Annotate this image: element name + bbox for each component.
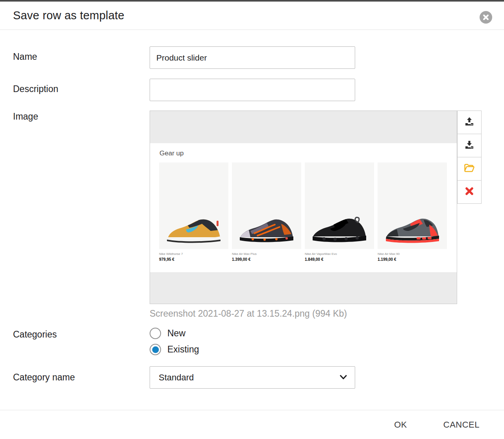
radio-circle [150, 328, 161, 339]
open-folder-button[interactable] [457, 157, 482, 181]
product-image-airmaxplus [232, 162, 301, 249]
description-row: Description [0, 79, 504, 101]
image-preview: Gear up [150, 111, 457, 304]
save-row-as-template-dialog: Save row as template Name Description Im… [0, 0, 504, 439]
product-name: Nike Air VaporMax Evo [305, 252, 374, 256]
name-input[interactable] [150, 46, 355, 69]
product-name: Nike Air Max Plus [232, 252, 301, 256]
page-title: Save row as template [13, 9, 124, 22]
delete-x-icon [465, 187, 474, 197]
product-image-vapormax [305, 162, 374, 249]
delete-button[interactable] [457, 180, 482, 204]
image-filename: Screenshot 2021-08-27 at 13.15.24.png (9… [150, 308, 482, 319]
dialog-footer: OK CANCEL [0, 410, 504, 439]
product-price: 1.849,00 € [305, 257, 374, 262]
product-image-airmax90 [378, 162, 447, 249]
categories-label: Categories [0, 328, 150, 340]
image-field: Gear up [150, 111, 482, 304]
categories-row: Categories New Existing [0, 328, 504, 355]
product-card: Nike Wildhorse 7 979,95 € [159, 162, 228, 262]
product-image-wildhorse [159, 162, 228, 249]
dialog-body: Name Description Image Gear up [0, 46, 504, 389]
upload-button[interactable] [457, 111, 482, 134]
chevron-down-icon [340, 374, 347, 381]
radio-new[interactable]: New [150, 328, 199, 339]
upload-icon [464, 116, 474, 128]
categories-radio-group: New Existing [150, 328, 199, 355]
radio-existing[interactable]: Existing [150, 344, 199, 355]
slider-heading: Gear up [150, 143, 457, 157]
product-name: Nike Wildhorse 7 [159, 252, 228, 256]
radio-circle [150, 344, 161, 355]
download-button[interactable] [457, 134, 482, 157]
category-name-select[interactable]: Standard [150, 366, 355, 389]
product-price: 979,95 € [159, 257, 228, 262]
ok-button[interactable]: OK [394, 420, 407, 430]
description-label: Description [0, 79, 150, 94]
select-value: Standard [159, 373, 194, 383]
image-label: Image [0, 111, 150, 122]
open-folder-icon [464, 163, 475, 174]
radio-label: Existing [167, 344, 199, 355]
image-row: Image Gear up [0, 111, 504, 319]
cancel-button[interactable]: CANCEL [443, 420, 480, 430]
close-button[interactable] [480, 11, 492, 24]
radio-label: New [167, 328, 185, 339]
product-card: Nike Air Max 90 1.199,00 € [378, 162, 447, 262]
product-card: Nike Air VaporMax Evo 1.849,00 € [305, 162, 374, 262]
template-thumbnail: Gear up [150, 143, 457, 272]
category-name-label: Category name [0, 366, 150, 383]
download-icon [464, 140, 474, 151]
product-cards: Nike Wildhorse 7 979,95 € [159, 162, 457, 262]
product-price: 1.199,00 € [378, 257, 447, 262]
dialog-header: Save row as template [0, 2, 504, 30]
product-price: 1.399,00 € [232, 257, 301, 262]
close-icon [483, 14, 489, 20]
product-name: Nike Air Max 90 [378, 252, 447, 256]
image-toolbar [457, 111, 482, 204]
name-label: Name [0, 46, 150, 62]
description-input[interactable] [150, 79, 355, 101]
name-row: Name [0, 46, 504, 69]
category-name-row: Category name Standard [0, 366, 504, 389]
product-card: Nike Air Max Plus 1.399,00 € [232, 162, 301, 262]
